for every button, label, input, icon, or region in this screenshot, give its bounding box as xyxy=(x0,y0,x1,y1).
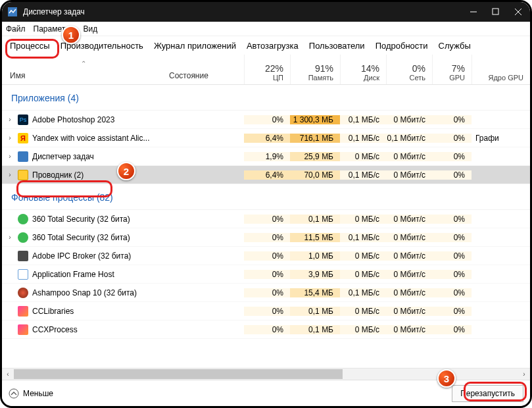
callout-badge-2: 2 xyxy=(117,162,135,180)
table-row[interactable]: ›Ashampoo Snap 10 (32 бита) 0% 15,4 МБ 0… xyxy=(2,284,530,302)
menu-view[interactable]: Вид xyxy=(83,24,97,34)
process-scroll[interactable]: Приложения (4) ›PsAdobe Photoshop 2023 0… xyxy=(2,85,530,368)
close-button[interactable] xyxy=(514,8,522,16)
table-row[interactable]: ›ЯYandex with voice assistant Alic... 6,… xyxy=(2,129,530,147)
table-row[interactable]: ›360 Total Security (32 бита) 0% 11,5 МБ… xyxy=(2,228,530,247)
scroll-left-icon[interactable]: ‹ xyxy=(2,370,14,378)
maximize-button[interactable] xyxy=(492,8,500,16)
ashampoo-icon xyxy=(18,288,28,298)
group-background: Фоновые процессы (82) xyxy=(2,184,530,210)
chevron-right-icon[interactable]: › xyxy=(6,134,14,141)
col-gpu[interactable]: 7%GPU xyxy=(432,55,472,84)
tabs: Процессы Производительность Журнал прило… xyxy=(2,36,530,55)
explorer-icon xyxy=(18,170,28,180)
col-name[interactable]: ⌃ Имя xyxy=(2,55,165,84)
taskmgr-icon xyxy=(7,7,18,17)
tab-services[interactable]: Службы xyxy=(433,38,476,55)
table-row[interactable]: ›360 Total Security (32 бита) 0% 0,1 МБ … xyxy=(2,210,530,228)
svg-point-5 xyxy=(9,389,18,398)
col-memory[interactable]: 91%Память xyxy=(290,55,340,84)
tab-apphistory[interactable]: Журнал приложений xyxy=(149,38,241,55)
column-headers: ⌃ Имя Состояние 22%ЦП 91%Память 14%Диск … xyxy=(2,55,530,85)
tab-processes[interactable]: Процессы xyxy=(5,38,55,55)
chevron-up-circle-icon xyxy=(9,388,19,399)
scroll-right-icon[interactable]: › xyxy=(518,370,530,378)
table-row[interactable]: ›Диспетчер задач 1,9% 25,9 МБ 0 МБ/с 0 М… xyxy=(2,147,530,166)
col-gpu-core: Ядро GPU xyxy=(472,55,530,84)
chevron-right-icon[interactable]: › xyxy=(6,171,14,178)
table-row-selected[interactable]: ›Проводник (2) 6,4% 70,0 МБ 0,1 МБ/с 0 М… xyxy=(2,166,530,184)
chevron-right-icon[interactable]: › xyxy=(6,234,14,241)
chevron-right-icon[interactable]: › xyxy=(6,153,14,160)
window-title: Диспетчер задач xyxy=(23,7,470,16)
cc-icon xyxy=(18,324,28,335)
table-row[interactable]: ›PsAdobe Photoshop 2023 0% 1 300,3 МБ 0,… xyxy=(2,111,530,129)
callout-badge-3: 3 xyxy=(437,369,456,388)
col-disk[interactable]: 14%Диск xyxy=(340,55,386,84)
360-icon xyxy=(18,232,28,243)
col-cpu[interactable]: 22%ЦП xyxy=(244,55,290,84)
yandex-icon: Я xyxy=(18,133,28,143)
table-row[interactable]: ›Adobe IPC Broker (32 бита) 0% 1,0 МБ 0 … xyxy=(2,247,530,265)
fewer-details-button[interactable]: Меньше xyxy=(9,388,53,399)
menu-file[interactable]: Файл xyxy=(6,24,26,34)
table-row[interactable]: ›CCLibraries 0% 0,1 МБ 0 МБ/с 0 Мбит/с 0… xyxy=(2,302,530,320)
tab-startup[interactable]: Автозагрузка xyxy=(241,38,304,55)
col-state[interactable]: Состояние xyxy=(165,55,244,84)
scrollbar-thumb[interactable] xyxy=(14,369,343,379)
svg-rect-2 xyxy=(493,9,498,14)
photoshop-icon: Ps xyxy=(18,115,28,125)
task-manager-window: Диспетчер задач Файл Параметры Вид Проце… xyxy=(2,2,530,406)
minimize-button[interactable] xyxy=(470,8,477,16)
appframe-icon xyxy=(18,269,28,280)
col-network[interactable]: 0%Сеть xyxy=(386,55,432,84)
titlebar[interactable]: Диспетчер задач xyxy=(2,2,530,22)
chevron-right-icon[interactable]: › xyxy=(6,116,14,123)
360-icon xyxy=(18,214,28,224)
tab-users[interactable]: Пользователи xyxy=(304,38,370,55)
table-row[interactable]: ›Application Frame Host 0% 3,9 МБ 0 МБ/с… xyxy=(2,265,530,284)
table-row[interactable]: ›CCXProcess 0% 0,1 МБ 0 МБ/с 0 Мбит/с 0% xyxy=(2,320,530,339)
restart-button[interactable]: Перезапустить xyxy=(452,385,523,402)
sort-indicator-icon: ⌃ xyxy=(81,60,86,67)
group-apps: Приложения (4) xyxy=(2,85,530,111)
menubar: Файл Параметры Вид xyxy=(2,22,530,36)
adobe-icon xyxy=(18,251,28,261)
callout-badge-1: 1 xyxy=(62,26,80,44)
taskmgr-icon xyxy=(18,151,28,162)
cc-icon xyxy=(18,306,28,317)
tab-details[interactable]: Подробности xyxy=(370,38,433,55)
process-list-body: Приложения (4) ›PsAdobe Photoshop 2023 0… xyxy=(2,85,530,368)
